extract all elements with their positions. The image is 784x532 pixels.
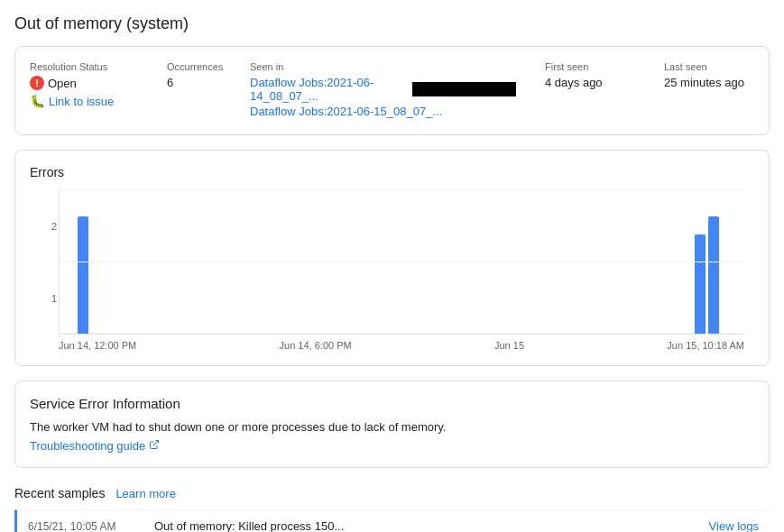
y-label-1: 1 <box>32 293 57 304</box>
first-seen-col: First seen 4 days ago <box>545 61 635 89</box>
status-open: ! Open <box>30 76 138 90</box>
view-logs-button-1[interactable]: View logs <box>709 519 759 532</box>
bar-group-1 <box>78 216 88 334</box>
resolution-value: Open <box>48 77 77 90</box>
link-to-issue-button[interactable]: 🐛 Link to issue <box>30 94 138 108</box>
x-axis-labels: Jun 14, 12:00 PM Jun 14, 6:00 PM Jun 15 … <box>59 340 744 351</box>
chart-title: Errors <box>30 165 754 179</box>
y-label-3: 2 <box>32 221 57 232</box>
sample-row: 6/15/21, 10:05 AM Out of memory: Killed … <box>14 509 770 532</box>
troubleshoot-link[interactable]: Troubleshooting guide <box>30 439 754 453</box>
learn-more-link[interactable]: Learn more <box>115 487 175 500</box>
samples-list: 6/15/21, 10:05 AM Out of memory: Killed … <box>14 509 770 532</box>
bar-1a <box>78 216 88 334</box>
sample-desc-1: Out of memory: Killed process 150... <box>154 519 709 532</box>
service-error-description: The worker VM had to shut down one or mo… <box>30 420 754 434</box>
last-seen-value: 25 minutes ago <box>664 76 754 89</box>
seen-in-row-2: Dataflow Jobs:2021-06-15_08_07_... <box>250 105 516 118</box>
x-label-1: Jun 14, 12:00 PM <box>59 340 136 351</box>
resolution-status-col: Resolution Status ! Open 🐛 Link to issue <box>30 61 138 108</box>
troubleshoot-label: Troubleshooting guide <box>30 439 145 453</box>
info-card: Resolution Status ! Open 🐛 Link to issue… <box>14 46 770 135</box>
seen-in-label: Seen in <box>250 61 516 72</box>
error-icon: ! <box>30 76 44 90</box>
recent-samples-section: Recent samples Learn more 6/15/21, 10:05… <box>14 486 770 532</box>
seen-in-link-1[interactable]: Dataflow Jobs:2021-06-14_08_07_... <box>250 76 409 103</box>
chart-card: Errors 1 2 <box>14 150 770 366</box>
svg-line-0 <box>153 441 159 446</box>
service-error-card: Service Error Information The worker VM … <box>14 381 770 468</box>
x-label-2: Jun 14, 6:00 PM <box>280 340 352 351</box>
samples-header: Recent samples Learn more <box>14 486 770 500</box>
last-seen-label: Last seen <box>664 61 754 72</box>
first-seen-value: 4 days ago <box>545 76 635 89</box>
x-label-4: Jun 15, 10:18 AM <box>667 340 744 351</box>
resolution-label: Resolution Status <box>30 61 138 72</box>
external-link-icon <box>149 439 160 453</box>
occurrences-label: Occurrences <box>167 61 221 72</box>
occurrences-col: Occurrences 6 <box>167 61 221 89</box>
service-error-title: Service Error Information <box>30 396 754 411</box>
chart-wrapper: 1 2 <box>59 190 747 351</box>
x-label-3: Jun 15 <box>494 340 524 351</box>
link-to-issue-label: Link to issue <box>49 95 114 108</box>
seen-in-link-2[interactable]: Dataflow Jobs:2021-06-15_08_07_... <box>250 105 442 118</box>
samples-title: Recent samples <box>14 486 105 500</box>
bar-group-2 <box>695 216 719 334</box>
page-title: Out of memory (system) <box>14 14 770 33</box>
redacted-box-1 <box>412 82 516 96</box>
bar-2b <box>708 216 719 334</box>
seen-in-row-1: Dataflow Jobs:2021-06-14_08_07_... <box>250 76 516 103</box>
bug-icon: 🐛 <box>30 94 45 108</box>
sample-time-1: 6/15/21, 10:05 AM <box>28 520 154 533</box>
occurrences-value: 6 <box>167 76 221 89</box>
last-seen-col: Last seen 25 minutes ago <box>664 61 754 89</box>
seen-in-col: Seen in Dataflow Jobs:2021-06-14_08_07_.… <box>250 61 516 120</box>
first-seen-label: First seen <box>545 61 635 72</box>
bar-2a <box>695 234 706 334</box>
